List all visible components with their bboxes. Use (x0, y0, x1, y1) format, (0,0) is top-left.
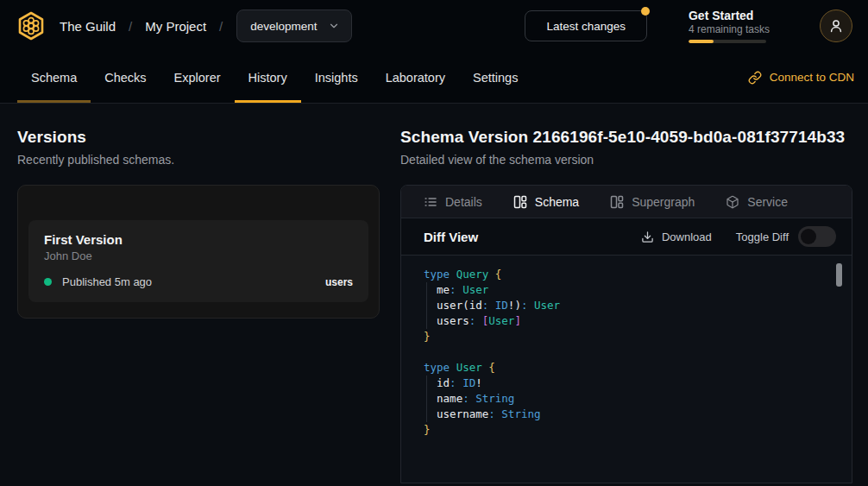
download-button[interactable]: Download (641, 230, 712, 243)
version-status-text: Published 5m ago (62, 275, 152, 288)
breadcrumb-org[interactable]: The Guild (60, 19, 116, 34)
get-started-progress-fill (689, 40, 714, 43)
main-nav: Schema Checks Explorer History Insights … (0, 52, 868, 104)
target-dropdown[interactable]: development (236, 9, 351, 42)
notification-dot (641, 7, 650, 16)
tab-service-label: Service (747, 195, 788, 209)
get-started-subtitle: 4 remaining tasks (689, 23, 770, 35)
tab-supergraph-label: Supergraph (632, 195, 695, 209)
nav-tab-checks[interactable]: Checks (91, 52, 160, 103)
version-name: First Version (44, 232, 353, 247)
connect-to-cdn-label: Connect to CDN (770, 71, 854, 84)
get-started-progressbar (689, 40, 766, 43)
diff-view-title: Diff View (424, 230, 478, 244)
tab-supergraph[interactable]: Supergraph (610, 195, 695, 209)
app-root: The Guild / My Project / development Lat… (0, 0, 868, 486)
detail-tabs: Details Schema (401, 186, 852, 218)
download-label: Download (662, 230, 712, 243)
toggle-diff-label: Toggle Diff (736, 230, 789, 243)
nav-tab-laboratory[interactable]: Laboratory (372, 52, 459, 103)
toggle-diff-group: Toggle Diff (736, 226, 836, 247)
scrollbar-thumb[interactable] (836, 263, 842, 287)
code-line: type User { (424, 360, 834, 376)
code-line: user(id: ID!): User (424, 298, 834, 313)
nav-tab-schema[interactable]: Schema (17, 52, 91, 103)
diff-view-header: Diff View Download Toggle Diff (401, 218, 852, 256)
target-dropdown-value: development (250, 20, 317, 33)
version-service-badge: users (325, 276, 353, 288)
chevron-down-icon (328, 20, 340, 32)
version-author: John Doe (44, 249, 353, 262)
switch-knob (801, 229, 816, 244)
code-line: name: String (424, 391, 834, 407)
code-line (424, 344, 834, 360)
toggle-diff-switch[interactable] (798, 226, 836, 247)
versions-panel: Versions Recently published schemas. Fir… (0, 104, 400, 486)
nav-tab-explorer[interactable]: Explorer (160, 52, 235, 103)
get-started-widget[interactable]: Get Started 4 remaining tasks (689, 9, 770, 43)
code-line: } (424, 422, 834, 438)
schema-version-subtitle: Detailed view of the schema version (400, 153, 868, 167)
user-avatar-button[interactable] (820, 9, 852, 42)
schema-version-title: Schema Version 2166196f-5e10-4059-bd0a-0… (400, 128, 868, 147)
link-icon (748, 71, 762, 85)
schema-code[interactable]: type Query { me: User user(id: ID!): Use… (401, 256, 852, 483)
versions-title: Versions (17, 128, 380, 147)
main-content: Versions Recently published schemas. Fir… (0, 104, 868, 486)
tab-schema-label: Schema (535, 195, 579, 209)
code-line: me: User (424, 282, 834, 298)
versions-list-card: First Version John Doe Published 5m ago … (17, 185, 380, 319)
breadcrumb-separator: / (219, 19, 223, 34)
breadcrumb: The Guild / My Project / development (16, 9, 352, 42)
nav-tab-settings[interactable]: Settings (459, 52, 531, 103)
get-started-title: Get Started (689, 9, 770, 22)
code-line: type Query { (424, 267, 834, 282)
versions-subtitle: Recently published schemas. (17, 153, 380, 167)
connect-to-cdn-link[interactable]: Connect to CDN (748, 71, 854, 85)
list-icon (424, 195, 437, 209)
download-icon (641, 230, 654, 243)
breadcrumb-separator: / (129, 19, 132, 34)
code-line: } (424, 329, 834, 344)
code-line: username: String (424, 407, 834, 422)
person-icon (828, 18, 844, 34)
box-icon (726, 195, 739, 209)
panels-icon (610, 195, 624, 209)
version-list-item[interactable]: First Version John Doe Published 5m ago … (28, 220, 368, 302)
top-header: The Guild / My Project / development Lat… (0, 0, 868, 52)
nav-tab-history[interactable]: History (235, 52, 301, 103)
schema-version-panel: Details Schema (400, 185, 852, 483)
schema-version-detail: Schema Version 2166196f-5e10-4059-bd0a-0… (400, 104, 868, 486)
tab-schema[interactable]: Schema (513, 195, 579, 209)
hive-logo-icon[interactable] (16, 10, 47, 41)
tab-service[interactable]: Service (726, 195, 788, 209)
tab-details[interactable]: Details (424, 195, 482, 209)
latest-changes-button[interactable]: Latest changes (525, 10, 647, 41)
header-actions: Latest changes Get Started 4 remaining t… (525, 9, 852, 43)
breadcrumb-project[interactable]: My Project (145, 19, 206, 34)
nav-tab-insights[interactable]: Insights (301, 52, 372, 103)
published-status-dot (44, 278, 52, 286)
tab-details-label: Details (445, 195, 482, 209)
code-line: id: ID! (424, 376, 834, 391)
diff-actions: Download Toggle Diff (641, 226, 836, 247)
version-status-row: Published 5m ago users (44, 275, 353, 288)
panels-icon (513, 195, 527, 209)
code-line: users: [User] (424, 313, 834, 329)
latest-changes-label: Latest changes (546, 20, 626, 33)
